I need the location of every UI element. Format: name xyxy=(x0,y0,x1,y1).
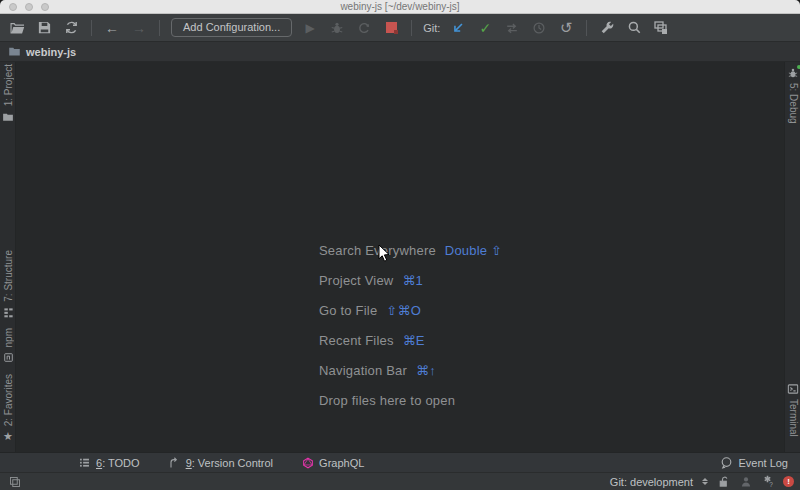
structure-stripe-label: 7: Structure xyxy=(3,250,14,302)
close-window-button[interactable] xyxy=(9,3,17,11)
todo-label: 6: TODO xyxy=(96,457,140,469)
toolbar-separator xyxy=(91,20,92,36)
profiler-icon[interactable] xyxy=(355,19,373,37)
toolwindow-button-version-control[interactable]: 9: Version Control xyxy=(168,456,273,469)
debug-active-dot xyxy=(797,65,800,69)
project-icon xyxy=(2,110,15,123)
debug-stripe-label: 5: Debug xyxy=(788,83,799,124)
shortcut-action: Navigation Bar xyxy=(319,363,407,378)
back-icon[interactable]: ← xyxy=(103,19,121,37)
status-bar: Git: development ? ! xyxy=(0,472,800,490)
event-log-label: Event Log xyxy=(738,457,788,469)
git-commit-icon[interactable]: ✓ xyxy=(476,19,494,37)
shortcut-row: Project View ⌘1 xyxy=(319,265,502,295)
synchronize-icon[interactable] xyxy=(62,19,80,37)
shortcut-row: Search Everywhere Double ⇧ xyxy=(319,235,502,265)
save-layout-icon[interactable] xyxy=(652,19,670,37)
shortcut-action: Drop files here to open xyxy=(319,393,455,408)
debug-toolwindow-icon xyxy=(787,66,800,79)
debug-icon[interactable] xyxy=(328,19,346,37)
toolwindow-button-project[interactable]: 1: Project xyxy=(0,64,16,123)
traffic-lights xyxy=(9,3,49,11)
shortcut-keys: ⌘1 xyxy=(402,273,423,288)
toolwindow-button-debug[interactable]: 5: Debug xyxy=(785,66,800,124)
toolbar-separator xyxy=(411,20,412,36)
project-stripe-label: 1: Project xyxy=(3,64,14,106)
shortcut-row: Recent Files ⌘E xyxy=(319,325,502,355)
add-configuration-button[interactable]: Add Configuration... xyxy=(171,18,292,37)
terminal-icon xyxy=(787,382,800,395)
version-control-icon xyxy=(168,456,181,469)
npm-icon xyxy=(2,351,15,364)
revert-icon[interactable]: ↺ xyxy=(557,19,575,37)
shortcut-row: Go to File ⇧⌘O xyxy=(319,295,502,325)
forward-icon[interactable]: → xyxy=(130,19,148,37)
svg-text:?: ? xyxy=(769,481,773,488)
shortcut-keys: Double ⇧ xyxy=(445,243,502,258)
terminal-stripe-label: Terminal xyxy=(788,399,799,437)
history-icon[interactable] xyxy=(530,19,548,37)
shortcut-row: Navigation Bar ⌘↑ xyxy=(319,355,502,385)
window-title: webiny-js [~/dev/webiny-js] xyxy=(340,0,459,14)
right-toolwindow-stripe: 5: Debug Terminal xyxy=(784,62,800,452)
shortcut-hints: Search Everywhere Double ⇧ Project View … xyxy=(319,235,502,415)
graphql-icon xyxy=(301,456,314,469)
mouse-cursor xyxy=(378,244,391,267)
branch-chooser-arrows-icon[interactable] xyxy=(702,478,708,485)
event-log-button[interactable]: Event Log xyxy=(720,456,788,469)
toolbar-separator xyxy=(586,20,587,36)
toolwindow-button-todo[interactable]: 6: TODO xyxy=(78,456,140,469)
shortcut-keys: ⇧⌘O xyxy=(386,303,421,318)
git-toolbar-label: Git: xyxy=(423,22,440,34)
toolbar-separator xyxy=(159,20,160,36)
todo-list-icon xyxy=(78,456,91,469)
shortcut-action: Recent Files xyxy=(319,333,394,348)
graphql-label: GraphQL xyxy=(319,457,364,469)
toolwindow-button-favorites[interactable]: 2: Favorites ★ xyxy=(0,374,16,443)
git-update-icon[interactable] xyxy=(449,19,467,37)
save-all-icon[interactable] xyxy=(35,19,53,37)
toolwindow-bar: 6: TODO 9: Version Control GraphQL Event… xyxy=(0,452,800,472)
toolwindow-button-terminal[interactable]: Terminal xyxy=(785,382,800,437)
structure-icon xyxy=(2,306,15,319)
shortcut-action: Project View xyxy=(319,273,393,288)
main-area: 1: Project 7: Structure npm 2: Favorites xyxy=(0,62,800,452)
titlebar: webiny-js [~/dev/webiny-js] xyxy=(0,0,800,14)
inspector-icon[interactable] xyxy=(739,475,752,488)
shortcut-action: Go to File xyxy=(319,303,377,318)
minimize-window-button[interactable] xyxy=(25,3,33,11)
toolwindow-button-structure[interactable]: 7: Structure xyxy=(0,250,16,319)
shortcut-keys: ⌘↑ xyxy=(416,363,436,378)
npm-stripe-label: npm xyxy=(3,328,14,347)
settings-wrench-icon[interactable] xyxy=(598,19,616,37)
project-folder-icon xyxy=(8,45,21,58)
editor-empty-area[interactable]: Search Everywhere Double ⇧ Project View … xyxy=(16,62,784,452)
left-toolwindow-stripe: 1: Project 7: Structure npm 2: Favorites xyxy=(0,62,16,452)
navigation-bar: webiny-js xyxy=(0,42,800,62)
shortcut-row: Drop files here to open xyxy=(319,385,502,415)
zoom-window-button[interactable] xyxy=(41,3,49,11)
open-folder-icon[interactable] xyxy=(8,19,26,37)
gear-question-icon[interactable]: ? xyxy=(761,475,774,488)
favorites-star-icon: ★ xyxy=(2,430,15,443)
toolwindow-button-npm[interactable]: npm xyxy=(0,328,16,364)
event-log-icon xyxy=(720,456,733,469)
search-everywhere-icon[interactable] xyxy=(625,19,643,37)
toolwindow-toggle-icon[interactable] xyxy=(8,475,21,488)
unlock-icon[interactable] xyxy=(717,475,730,488)
toolwindow-button-graphql[interactable]: GraphQL xyxy=(301,456,364,469)
fatal-error-indicator[interactable]: ! xyxy=(783,476,794,487)
ide-window: webiny-js [~/dev/webiny-js] ← → Add Conf… xyxy=(0,0,800,490)
favorites-stripe-label: 2: Favorites xyxy=(3,374,14,426)
git-branch-widget[interactable]: Git: development xyxy=(610,476,693,488)
git-compare-icon[interactable] xyxy=(503,19,521,37)
stop-icon[interactable] xyxy=(382,19,400,37)
version-control-label: 9: Version Control xyxy=(186,457,273,469)
shortcut-keys: ⌘E xyxy=(403,333,425,348)
breadcrumb-project[interactable]: webiny-js xyxy=(26,46,76,58)
run-icon[interactable]: ▶ xyxy=(301,19,319,37)
main-toolbar: ← → Add Configuration... ▶ Git: ✓ ↺ xyxy=(0,14,800,42)
